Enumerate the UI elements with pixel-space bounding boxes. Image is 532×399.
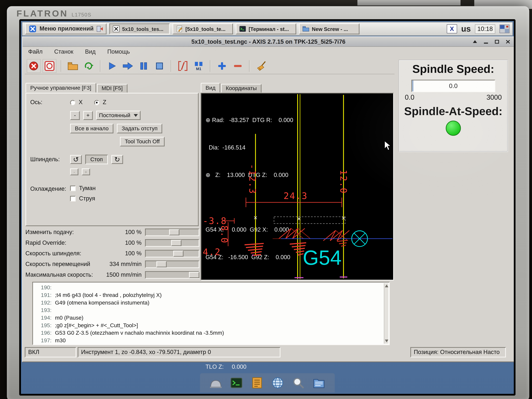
feed-override-slider[interactable] [145, 228, 199, 236]
dock-search-icon[interactable] [291, 376, 305, 390]
applications-menu-icon [28, 25, 37, 33]
menu-view[interactable]: Вид [84, 48, 96, 56]
block-delete-button[interactable] [176, 59, 190, 73]
applications-menu-button[interactable]: Меню приложений [25, 23, 107, 34]
spindle-stop-button[interactable]: Стоп [85, 155, 108, 164]
gcode-line[interactable]: 192:G49 (otmena kompensacii instumenta) [36, 299, 383, 307]
terminal-window-icon [239, 25, 246, 32]
keyboard-layout-icon[interactable]: X [447, 24, 457, 33]
dock-files-icon[interactable] [250, 376, 264, 390]
dock-places-icon[interactable] [209, 376, 223, 390]
manual-tabs: Ручное управление [F3] MDI [F5] [25, 83, 127, 93]
taskbar-window-axis[interactable]: 5x10_tools_tes... [109, 23, 170, 34]
max-velocity-value: 1500 mm/min [100, 271, 145, 278]
mist-option[interactable]: Туман [70, 185, 96, 192]
close-button[interactable] [504, 38, 512, 45]
taskbar-tray: X us 10:18 [447, 24, 510, 34]
gcode-line[interactable]: 197:m30 [36, 337, 383, 344]
dro-readout: ⊕ Rad: -83.257 DTG R: 0.000 Dia: -166.51… [206, 98, 293, 390]
open-file-button[interactable] [66, 59, 80, 73]
dro-line: ⊕ Z: 13.000 DTG Z: 0.000 [206, 171, 293, 180]
rapid-override-slider[interactable] [145, 239, 199, 247]
slider-handle[interactable] [169, 229, 179, 235]
gcode-line[interactable]: 190: [36, 284, 383, 291]
slider-handle[interactable] [156, 261, 167, 267]
slider-handle[interactable] [173, 250, 184, 257]
gcode-line[interactable]: 196:G53 G0 Z-3.5 (otezzhaem v nachalo ma… [36, 329, 383, 337]
jog-plus-button[interactable]: + [83, 111, 93, 120]
touch-off-row: Tool Touch Off [120, 137, 165, 146]
gcode-line[interactable]: 195:;g0 z[#<_begin> + #<_Cutt_Tool>] [36, 322, 383, 329]
gcode-line-number: 194: [36, 314, 55, 322]
pause-button[interactable] [137, 59, 151, 73]
tool-touch-off-button[interactable]: Tool Touch Off [120, 137, 165, 146]
minimize-button[interactable] [482, 38, 490, 45]
keyboard-layout-label[interactable]: us [461, 24, 471, 34]
estop-button[interactable] [27, 59, 41, 73]
gcode-line[interactable]: 193: [36, 307, 383, 314]
dock-terminal-icon[interactable] [229, 376, 243, 390]
gcode-scrollbar[interactable] [384, 283, 388, 344]
maximize-button[interactable] [493, 38, 501, 45]
set-offset-button[interactable]: Задать отступ [117, 124, 162, 133]
jog-mode-dropdown[interactable]: Постоянный [96, 111, 141, 120]
spindle-faster-button[interactable]: + [82, 168, 90, 175]
run-button[interactable] [105, 59, 119, 73]
taskbar-window-newscrew[interactable]: New Screw - ... [299, 23, 360, 34]
taskbar-window-terminal[interactable]: [Терминал - st... [236, 23, 296, 34]
radio-axis-x[interactable] [70, 100, 75, 105]
zoom-in-button[interactable] [215, 59, 229, 73]
radio-axis-z[interactable] [94, 100, 99, 105]
tab-preview[interactable]: Вид [201, 83, 220, 93]
flood-option[interactable]: Струя [70, 195, 95, 202]
axis-z-option[interactable]: Z [94, 99, 106, 106]
zoom-out-button[interactable] [231, 59, 245, 73]
tab-mdi[interactable]: MDI [F5] [97, 84, 127, 93]
stop-button[interactable] [152, 59, 166, 73]
optional-stop-button[interactable]: M1 [192, 59, 206, 73]
run-step-button[interactable] [121, 59, 135, 73]
dock-browser-globe-icon[interactable] [271, 376, 285, 390]
spindle-ccw-button[interactable]: ↺ [70, 155, 82, 164]
scroll-down-icon[interactable] [385, 340, 388, 342]
gcode-line[interactable]: 191:;t4 m6 g43 (tool 4 - thread , polozh… [36, 291, 383, 299]
preview-plot[interactable]: ⊕ Rad: -83.257 DTG R: 0.000 Dia: -166.51… [201, 93, 394, 280]
jog-minus-button[interactable]: - [70, 111, 80, 120]
axis-label: Ось: [30, 99, 42, 106]
home-all-button[interactable]: Все в начало [70, 124, 114, 133]
menu-machine[interactable]: Станок [53, 48, 74, 56]
dock-documents-icon[interactable] [312, 376, 326, 390]
gcode-line[interactable]: 194:m0 (Pause) [36, 314, 383, 322]
max-velocity-slider[interactable] [145, 271, 199, 279]
menu-help[interactable]: Помощь [107, 48, 131, 56]
jog-speed-slider[interactable] [145, 260, 199, 268]
gcode-line-number: 190: [36, 284, 55, 291]
mist-checkbox[interactable] [70, 186, 76, 191]
reload-file-button[interactable] [82, 59, 96, 73]
spindle-speed-buttons: - + [70, 168, 90, 175]
toolbar-separator [249, 60, 250, 72]
spindle-at-speed-label: Spindle-At-Speed: [403, 105, 504, 118]
tab-manual-control[interactable]: Ручное управление [F3] [25, 83, 96, 93]
spindle-override-slider[interactable] [145, 250, 199, 257]
titlebar[interactable]: 5x10_tools_test.ngc - AXIS 2.7.15 on TPK… [23, 37, 514, 47]
maximize-icon [495, 40, 499, 44]
axis-x-option[interactable]: X [70, 99, 82, 106]
spindle-slower-button[interactable]: - [70, 168, 78, 175]
taskbar-window-editor[interactable]: [5x10_tools_te... [173, 23, 233, 34]
tab-dro[interactable]: Координаты [221, 84, 262, 93]
shade-button[interactable] [471, 38, 479, 45]
clock[interactable]: 10:18 [475, 24, 495, 33]
gcode-listing[interactable]: 190: 191:;t4 m6 g43 (tool 4 - thread , p… [32, 282, 390, 345]
flood-checkbox[interactable] [70, 196, 76, 202]
workspace-pager-icon[interactable] [499, 24, 510, 33]
gcode-line-text: m30 [55, 337, 66, 344]
scroll-up-icon[interactable] [385, 285, 388, 287]
slider-handle[interactable] [171, 240, 181, 246]
menu-file[interactable]: Файл [27, 48, 43, 56]
machine-power-button[interactable] [43, 59, 57, 73]
spindle-cw-button[interactable]: ↻ [111, 155, 123, 164]
reload-icon [83, 61, 94, 71]
slider-handle[interactable] [189, 272, 199, 278]
clear-plot-button[interactable] [254, 59, 268, 73]
